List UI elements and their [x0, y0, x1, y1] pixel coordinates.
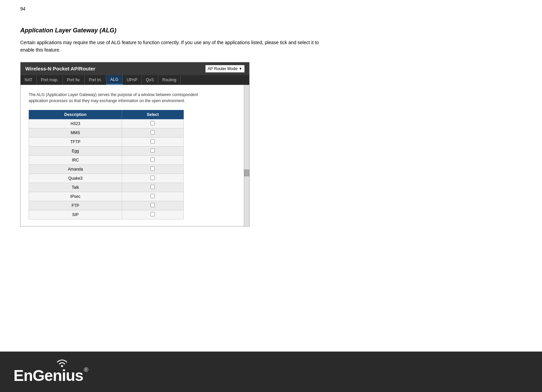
dropdown-arrow-icon: ▼: [239, 67, 242, 70]
router-mode-select[interactable]: AP Router Mode ▼: [205, 65, 245, 72]
cell-description: IPsec: [29, 192, 122, 201]
cell-select: [122, 137, 183, 146]
cell-description: Talk: [29, 183, 122, 192]
section-title: Application Layer Gateway (ALG): [20, 27, 522, 34]
alg-description: The ALG (Application Layer Gateway) serv…: [29, 92, 218, 104]
table-row: Amanda: [29, 164, 184, 174]
footer: EnGenius®: [0, 352, 542, 392]
scrollbar-thumb[interactable]: [244, 170, 249, 176]
tab-routing[interactable]: Routing: [158, 76, 180, 84]
logo-text: EnGenius®: [13, 366, 88, 385]
cell-description: Egg: [29, 146, 122, 155]
table-row: FTP: [29, 201, 184, 210]
cell-description: H323: [29, 119, 122, 128]
cell-select: [122, 192, 183, 201]
main-content: Application Layer Gateway (ALG) Certain …: [0, 0, 542, 240]
logo-en: En: [13, 366, 33, 385]
router-header: Wireless-N Pocket AP/Router AP Router Mo…: [21, 62, 249, 75]
table-row: SIP: [29, 210, 184, 219]
cell-select: [122, 119, 183, 128]
cell-select: [122, 128, 183, 137]
router-frame: Wireless-N Pocket AP/Router AP Router Mo…: [20, 62, 250, 227]
table-row: MMS: [29, 128, 184, 137]
cell-description: SIP: [29, 210, 122, 219]
checkbox-egg[interactable]: [150, 148, 155, 153]
checkbox-tftp[interactable]: [150, 139, 155, 144]
section-description: Certain applications may require the use…: [20, 39, 324, 54]
cell-description: TFTP: [29, 137, 122, 146]
checkbox-amanda[interactable]: [150, 167, 155, 171]
checkbox-h323[interactable]: [150, 121, 155, 125]
mode-label: AP Router Mode: [208, 66, 238, 71]
router-body-wrapper: The ALG (Application Layer Gateway) serv…: [21, 85, 249, 226]
col-header-select: Select: [122, 110, 183, 119]
tab-alg[interactable]: ALG: [106, 75, 123, 85]
checkbox-ftp[interactable]: [150, 203, 155, 207]
cell-description: Quake3: [29, 174, 122, 183]
checkbox-sip[interactable]: [150, 212, 155, 216]
table-row: H323: [29, 119, 184, 128]
tab-qos[interactable]: QoS: [142, 76, 158, 84]
tab-portmap[interactable]: Port map.: [37, 76, 63, 84]
cell-description: IRC: [29, 155, 122, 164]
tab-porttri[interactable]: Port tri.: [85, 76, 106, 84]
table-row: IPsec: [29, 192, 184, 201]
cell-select: [122, 146, 183, 155]
checkbox-talk[interactable]: [150, 185, 155, 189]
table-row: Talk: [29, 183, 184, 192]
cell-description: Amanda: [29, 164, 122, 174]
cell-description: MMS: [29, 128, 122, 137]
router-title: Wireless-N Pocket AP/Router: [25, 66, 95, 71]
cell-select: [122, 201, 183, 210]
checkbox-ipsec[interactable]: [150, 194, 155, 198]
cell-select: [122, 164, 183, 174]
cell-select: [122, 174, 183, 183]
tab-portfw[interactable]: Port fw.: [63, 76, 85, 84]
mode-dropdown[interactable]: AP Router Mode ▼: [205, 65, 245, 72]
table-row: TFTP: [29, 137, 184, 146]
cell-select: [122, 210, 183, 219]
cell-description: FTP: [29, 201, 122, 210]
checkbox-mms[interactable]: [150, 130, 155, 134]
registered-symbol: ®: [84, 366, 88, 373]
tab-nat[interactable]: NAT: [21, 76, 37, 84]
checkbox-quake3[interactable]: [150, 176, 155, 180]
table-row: Quake3: [29, 174, 184, 183]
router-nav: NAT Port map. Port fw. Port tri. ALG UPn…: [21, 75, 249, 85]
page-number: 94: [20, 6, 26, 11]
logo-genius: Genius: [33, 366, 83, 385]
scrollbar[interactable]: [244, 85, 249, 226]
engenius-logo: EnGenius®: [13, 359, 88, 385]
alg-table: Description Select H323MMSTFTPEggIRCAman…: [29, 110, 184, 219]
cell-select: [122, 183, 183, 192]
router-body: The ALG (Application Layer Gateway) serv…: [21, 85, 249, 226]
table-row: IRC: [29, 155, 184, 164]
checkbox-irc[interactable]: [150, 157, 155, 162]
tab-upnp[interactable]: UPnP: [123, 76, 142, 84]
table-row: Egg: [29, 146, 184, 155]
cell-select: [122, 155, 183, 164]
col-header-description: Description: [29, 110, 122, 119]
